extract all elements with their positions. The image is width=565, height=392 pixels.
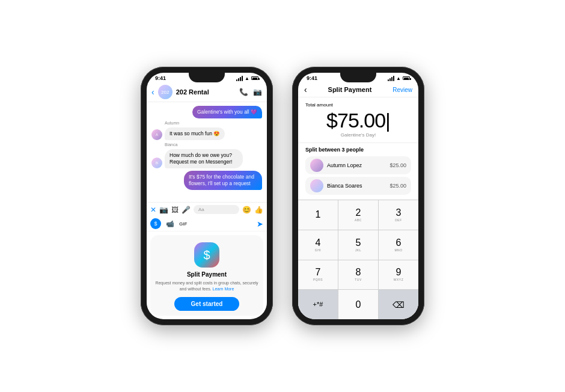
bianca-name: Bianca Soares xyxy=(327,183,386,189)
status-time-1: 9:41 xyxy=(155,75,166,81)
mic-icon[interactable]: 🎤 xyxy=(182,206,191,214)
wifi-icon: ▲ xyxy=(245,76,249,81)
numpad-key-9[interactable]: 9 WXYZ xyxy=(379,260,418,290)
chat-toolbar-2: $ 📹 GIF ➤ xyxy=(147,216,267,231)
message-input[interactable]: Aa xyxy=(194,205,239,214)
send-icon[interactable]: ➤ xyxy=(257,219,263,228)
split-payment-icon: $ xyxy=(194,242,219,268)
numpad-key-6[interactable]: 6 MNO xyxy=(379,230,418,260)
bianca-avatar-split xyxy=(310,179,323,192)
video-icon[interactable]: 📷 xyxy=(253,88,262,96)
bubble-autumn: It was so much fun 😍 xyxy=(165,127,225,140)
battery-icon xyxy=(251,76,258,80)
wifi-icon-2: ▲ xyxy=(396,76,401,81)
split-people-label: Split between 3 people xyxy=(305,147,411,153)
bubble-sent-1: Galentine's with you all 💜 xyxy=(192,106,262,118)
phone-1: 9:41 ▲ ‹ 202 202 Rental 📞 📷 xyxy=(141,67,273,325)
learn-more-link[interactable]: Learn More xyxy=(213,287,234,291)
autumn-avatar: A xyxy=(151,129,162,140)
numpad-key-7[interactable]: 7 PQRS xyxy=(298,260,338,290)
get-started-button[interactable]: Get started xyxy=(174,297,240,311)
person-row-autumn: Autumn Lopez $25.00 xyxy=(305,156,411,174)
bianca-avatar: B xyxy=(151,158,162,168)
bianca-amount: $25.00 xyxy=(389,183,406,189)
video-call-icon[interactable]: 📹 xyxy=(166,220,174,228)
split-card-description: Request money and split costs in group c… xyxy=(155,280,258,292)
header-actions: 📞 📷 xyxy=(239,88,262,96)
numpad-key-8[interactable]: 8 TUV xyxy=(338,260,378,290)
status-icons-2: ▲ xyxy=(388,76,410,81)
numpad-key-3[interactable]: 3 DEF xyxy=(379,200,418,230)
contact-name: 202 Rental xyxy=(176,88,236,96)
autumn-avatar-split xyxy=(310,159,323,172)
split-people-section: Split between 3 people Autumn Lopez $25.… xyxy=(298,143,418,200)
person-row-bianca: Bianca Soares $25.00 xyxy=(305,177,411,195)
contact-avatar: 202 xyxy=(158,85,173,99)
message-sent-2: It's $75 for the chocolate and flowers, … xyxy=(151,171,262,190)
message-autumn: A It was so much fun 😍 xyxy=(151,127,262,140)
numpad-key-symbols[interactable]: +*# xyxy=(298,290,338,319)
split-payment-header: ‹ Split Payment Review xyxy=(298,82,418,97)
battery-icon-2 xyxy=(403,76,410,80)
status-icons-1: ▲ xyxy=(236,76,258,81)
gif-icon[interactable]: GIF xyxy=(179,221,187,227)
numpad-key-4[interactable]: 4 GHI xyxy=(298,230,338,260)
status-time-2: 9:41 xyxy=(307,75,317,81)
back-button[interactable]: ‹ xyxy=(151,87,154,97)
total-amount-value: $75.00 xyxy=(305,110,411,130)
split-header-title: Split Payment xyxy=(307,86,393,93)
total-amount-label: Total amount xyxy=(305,102,411,108)
phone-notch-2 xyxy=(340,73,376,82)
phone-2: 9:41 ▲ ‹ Split Payment Review T xyxy=(292,67,424,325)
phone-notch xyxy=(189,73,225,82)
numpad: 1 2 ABC 3 DEF 4 GHI 5 JKL 6 MNO xyxy=(298,200,418,319)
total-subtitle: Galentine's Day! xyxy=(305,132,411,138)
numpad-key-1[interactable]: 1 xyxy=(298,200,338,230)
split-card-title: Split Payment xyxy=(187,271,227,278)
payment-icon[interactable]: $ xyxy=(150,218,161,229)
image-icon[interactable]: 🖼 xyxy=(171,206,179,214)
total-amount-section: Total amount $75.00 Galentine's Day! xyxy=(298,97,418,143)
signal-icon-2 xyxy=(388,76,394,81)
emoji-icon[interactable]: 😊 xyxy=(242,206,251,214)
phone-icon[interactable]: 📞 xyxy=(239,88,248,96)
message-sent-1: Galentine's with you all 💜 xyxy=(151,106,262,118)
numpad-key-2[interactable]: 2 ABC xyxy=(338,200,378,230)
chat-area: Galentine's with you all 💜 Autumn A It w… xyxy=(147,102,267,202)
split-payment-screen: 9:41 ▲ ‹ Split Payment Review T xyxy=(298,73,418,319)
numpad-key-0[interactable]: 0 xyxy=(338,290,378,319)
bubble-bianca: How much do we owe you? Request me on Me… xyxy=(165,149,243,168)
review-button[interactable]: Review xyxy=(392,87,412,93)
autumn-name: Autumn Lopez xyxy=(327,162,386,168)
chat-toolbar: ✕ 📷 🖼 🎤 Aa 😊 👍 xyxy=(147,202,267,216)
camera-icon[interactable]: 📷 xyxy=(159,206,168,214)
close-icon[interactable]: ✕ xyxy=(150,206,156,214)
sender-label-bianca: Bianca xyxy=(165,142,262,147)
delete-icon: ⌫ xyxy=(392,300,405,310)
bubble-sent-2: It's $75 for the chocolate and flowers, … xyxy=(184,171,262,190)
split-payment-card: $ Split Payment Request money and split … xyxy=(150,235,263,316)
message-bianca: B How much do we owe you? Request me on … xyxy=(151,149,262,168)
sender-label-autumn: Autumn xyxy=(165,121,262,125)
chat-header: ‹ 202 202 Rental 📞 📷 xyxy=(147,82,267,102)
numpad-key-delete[interactable]: ⌫ xyxy=(379,290,418,319)
signal-icon xyxy=(236,76,243,81)
numpad-key-5[interactable]: 5 JKL xyxy=(338,230,378,260)
autumn-amount: $25.00 xyxy=(389,162,406,168)
like-icon[interactable]: 👍 xyxy=(254,206,263,214)
messenger-screen: 9:41 ▲ ‹ 202 202 Rental 📞 📷 xyxy=(147,73,267,319)
